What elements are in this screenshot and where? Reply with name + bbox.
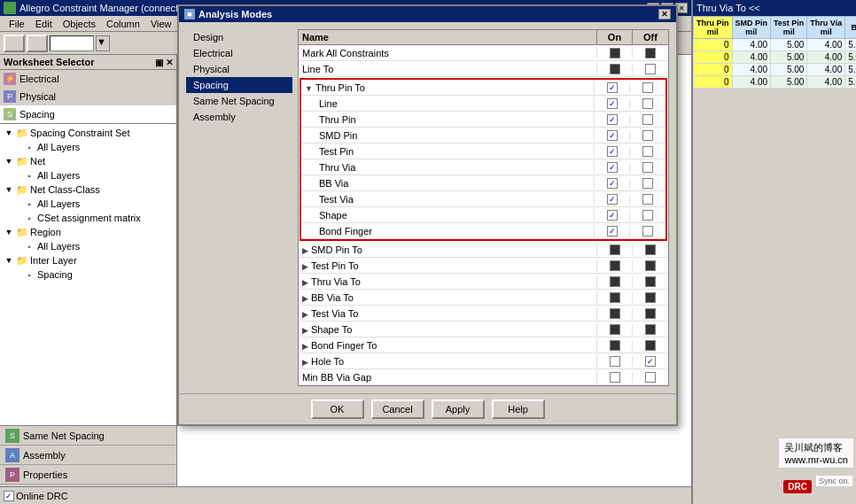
checkbox-off[interactable] [645, 244, 656, 255]
checkbox-on[interactable]: ✓ [607, 178, 618, 189]
row-on-check[interactable]: ✓ [595, 226, 630, 236]
nav-assembly[interactable]: Assembly [186, 109, 292, 125]
row-on-check[interactable]: ✓ [595, 98, 630, 109]
checkbox-on[interactable] [610, 372, 620, 383]
checkbox-off[interactable] [642, 146, 653, 157]
checkbox-off[interactable] [645, 340, 656, 351]
row-on-check[interactable] [597, 356, 633, 367]
row-on-check[interactable]: ✓ [595, 146, 630, 157]
checkbox-on[interactable]: ✓ [607, 162, 618, 173]
row-off-check[interactable] [633, 276, 668, 287]
row-on-check[interactable]: ✓ [595, 114, 630, 125]
row-off-check[interactable] [633, 308, 668, 319]
row-off-check[interactable] [633, 292, 668, 303]
row-off-check[interactable] [630, 194, 665, 205]
checkbox-off[interactable] [645, 64, 656, 74]
row-on-check[interactable] [597, 64, 633, 74]
checkbox-on[interactable] [610, 48, 620, 58]
row-on-check[interactable]: ✓ [595, 210, 630, 221]
row-smd-pin-to: ▶SMD Pin To [299, 242, 668, 258]
checkbox-off[interactable] [642, 82, 653, 93]
checkbox-on[interactable]: ✓ [607, 82, 618, 93]
row-off-check[interactable] [630, 162, 665, 173]
checkbox-off[interactable] [645, 372, 656, 383]
row-off-check[interactable] [630, 98, 665, 109]
nav-same-net-spacing[interactable]: Same Net Spacing [186, 93, 292, 109]
help-button[interactable]: Help [492, 399, 545, 419]
row-off-check[interactable] [633, 372, 668, 383]
row-on-check[interactable] [597, 292, 633, 303]
checkbox-on[interactable] [610, 356, 620, 367]
row-on-check[interactable]: ✓ [595, 162, 630, 173]
row-off-check[interactable] [630, 114, 665, 125]
row-label: Test Via [301, 193, 595, 205]
nav-spacing[interactable]: Spacing [186, 77, 292, 93]
checkbox-on[interactable] [610, 276, 620, 287]
row-label: ▶Shape To [299, 323, 597, 336]
checkbox-off[interactable] [642, 178, 653, 189]
nav-physical[interactable]: Physical [186, 61, 292, 77]
ok-button[interactable]: OK [311, 399, 364, 419]
row-on-check[interactable]: ✓ [595, 130, 630, 141]
row-off-check[interactable] [630, 82, 665, 93]
row-off-check[interactable] [633, 48, 668, 58]
row-off-check[interactable] [630, 130, 665, 141]
checkbox-off[interactable]: ✓ [645, 356, 656, 367]
row-off-check[interactable] [633, 260, 668, 271]
apply-button[interactable]: Apply [432, 399, 485, 419]
checkbox-on[interactable]: ✓ [607, 146, 618, 157]
row-off-check[interactable] [633, 244, 668, 255]
checkbox-on[interactable] [610, 324, 620, 335]
row-off-check[interactable] [630, 178, 665, 189]
row-on-check[interactable]: ✓ [595, 178, 630, 189]
checkbox-off[interactable] [642, 194, 653, 205]
cancel-button[interactable]: Cancel [371, 399, 424, 419]
row-on-check[interactable]: ✓ [595, 194, 630, 205]
checkbox-off[interactable] [645, 276, 656, 287]
row-on-check[interactable] [597, 276, 633, 287]
row-off-check[interactable] [630, 210, 665, 221]
row-on-check[interactable] [597, 324, 633, 335]
checkbox-off[interactable] [642, 114, 653, 125]
checkbox-on[interactable]: ✓ [607, 98, 618, 109]
checkbox-off[interactable] [645, 48, 656, 58]
dialog-close-button[interactable]: ✕ [658, 9, 671, 19]
checkbox-off[interactable] [642, 162, 653, 173]
row-off-check[interactable] [633, 340, 668, 351]
row-off-check[interactable] [630, 146, 665, 157]
nav-electrical[interactable]: Electrical [186, 45, 292, 61]
checkbox-off[interactable] [645, 260, 656, 271]
checkbox-on[interactable] [610, 244, 620, 255]
row-on-check[interactable] [597, 48, 633, 58]
checkbox-off[interactable] [642, 98, 653, 109]
checkbox-on[interactable] [610, 292, 620, 303]
checkbox-off[interactable] [645, 292, 656, 303]
row-on-check[interactable] [597, 308, 633, 319]
checkbox-on[interactable] [610, 260, 620, 271]
checkbox-on[interactable] [610, 64, 620, 74]
checkbox-off[interactable] [645, 308, 656, 319]
checkbox-off[interactable] [642, 226, 653, 236]
row-off-check[interactable] [633, 324, 668, 335]
row-on-check[interactable] [597, 340, 633, 351]
row-on-check[interactable] [597, 260, 633, 271]
checkbox-on[interactable]: ✓ [607, 226, 618, 236]
nav-design[interactable]: Design [186, 29, 292, 45]
row-on-check[interactable] [597, 372, 633, 383]
checkbox-on[interactable]: ✓ [607, 130, 618, 141]
checkbox-on[interactable] [610, 340, 620, 351]
checkbox-on[interactable] [610, 308, 620, 319]
row-off-check[interactable] [633, 64, 668, 74]
row-test-pin-to: ▶Test Pin To [299, 258, 668, 274]
checkbox-on[interactable]: ✓ [607, 210, 618, 221]
checkbox-on[interactable]: ✓ [607, 194, 618, 205]
row-off-check[interactable]: ✓ [633, 356, 668, 367]
checkbox-off[interactable] [642, 210, 653, 221]
row-on-check[interactable]: ✓ [595, 82, 630, 93]
col-header-smd-pin: SMD Pinmil [732, 17, 771, 39]
checkbox-off[interactable] [645, 324, 656, 335]
checkbox-off[interactable] [642, 130, 653, 141]
row-off-check[interactable] [630, 226, 665, 236]
row-on-check[interactable] [597, 244, 633, 255]
checkbox-on[interactable]: ✓ [607, 114, 618, 125]
